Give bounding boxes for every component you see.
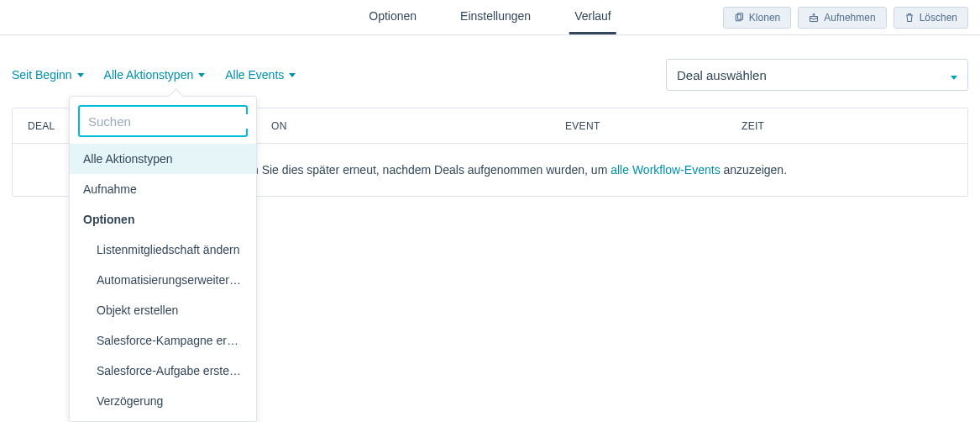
filter-events-label: Alle Events <box>225 68 284 82</box>
chevron-down-icon <box>198 73 205 77</box>
deal-select[interactable]: Deal auswählen <box>666 59 968 91</box>
trash-icon <box>904 13 914 23</box>
filter-since-label: Seit Beginn <box>12 68 72 82</box>
filter-since[interactable]: Seit Beginn <box>12 68 84 82</box>
loeschen-button[interactable]: Löschen <box>894 7 968 29</box>
empty-msg-link[interactable]: alle Workflow-Events <box>611 163 720 177</box>
filter-action-types[interactable]: Alle Aktionstypen <box>104 68 206 82</box>
chevron-down-icon <box>947 68 957 82</box>
topbar: Optionen Einstellungen Verlauf Klonen Au… <box>0 0 980 35</box>
col-zeit: ZEIT <box>726 120 779 132</box>
aufnehmen-label: Aufnehmen <box>824 12 875 24</box>
loeschen-label: Löschen <box>920 12 957 24</box>
tab-einstellungen[interactable]: Einstellungen <box>455 0 536 34</box>
copy-icon <box>734 13 744 23</box>
svg-rect-2 <box>810 16 818 21</box>
aufnehmen-button[interactable]: Aufnehmen <box>798 7 886 29</box>
chevron-down-icon <box>289 73 296 77</box>
dropdown-search[interactable] <box>78 105 248 137</box>
dropdown-item[interactable]: Aufnahme <box>70 174 256 197</box>
dropdown-list: Alle AktionstypenAufnahmeOptionenListenm… <box>70 144 256 197</box>
empty-msg: . Überprüfen Sie dies später erneut, nac… <box>193 163 787 177</box>
search-input[interactable] <box>88 114 248 129</box>
col-event: EVENT <box>550 120 616 132</box>
action-type-dropdown: Alle AktionstypenAufnahmeOptionenListenm… <box>69 96 257 197</box>
klonen-button[interactable]: Klonen <box>723 7 791 29</box>
tab-verlauf[interactable]: Verlauf <box>569 0 616 34</box>
filter-events[interactable]: Alle Events <box>225 68 296 82</box>
dropdown-search-wrap <box>70 97 256 144</box>
tabs: Optionen Einstellungen Verlauf <box>364 0 616 34</box>
empty-msg-part2: anzuzeigen. <box>724 163 788 177</box>
chevron-down-icon <box>77 73 84 77</box>
filter-action-types-label: Alle Aktionstypen <box>104 68 194 82</box>
tab-optionen[interactable]: Optionen <box>364 0 422 34</box>
klonen-label: Klonen <box>749 12 780 24</box>
top-actions: Klonen Aufnehmen Löschen <box>723 7 968 29</box>
enroll-icon <box>809 13 819 23</box>
col-aktion: ON <box>256 120 302 132</box>
deal-select-placeholder: Deal auswählen <box>677 68 767 82</box>
deal-select-wrap: Deal auswählen <box>666 59 968 91</box>
dropdown-item[interactable]: Alle Aktionstypen <box>70 144 256 174</box>
